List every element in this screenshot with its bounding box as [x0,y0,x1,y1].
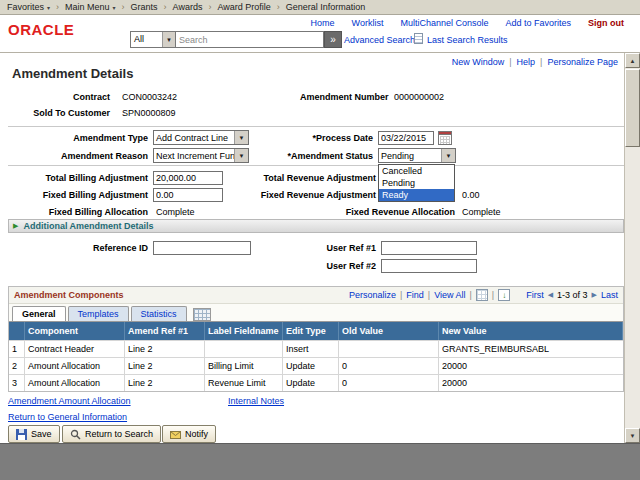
personalize-page-link[interactable]: Personalize Page [547,57,618,67]
grid-toolbar: Personalize | Find | View All | | ↓ Firs… [349,289,618,301]
advanced-search-link[interactable]: Advanced Search [344,35,415,45]
notify-button[interactable]: Notify [162,425,216,443]
calendar-icon[interactable] [438,131,452,145]
components-table: Component Amend Ref #1 Label Fieldname E… [9,321,623,391]
breadcrumb-item-grants[interactable]: Grants [131,2,158,12]
find-link[interactable]: Find [406,290,424,300]
scrollbar-thumb[interactable] [625,69,640,147]
fixed-revenue-allocation-label: Fixed Revenue Allocation [330,207,455,217]
divider [8,165,624,166]
return-to-general-information-link[interactable]: Return to General Information [8,412,127,422]
status-option-ready[interactable]: Ready [379,189,454,201]
additional-amendment-details-section[interactable]: ▶ Additional Amendment Details [8,219,624,233]
help-link[interactable]: Help [517,57,536,67]
breadcrumb-item-general-information[interactable]: General Information [286,2,366,12]
table-header-row: Component Amend Ref #1 Label Fieldname E… [9,322,623,340]
nav-worklist-link[interactable]: Worklist [352,18,384,28]
cell-edit-type: Insert [283,341,339,357]
reference-id-input[interactable] [153,241,251,255]
components-tabs: General Templates Statistics [9,304,623,321]
scroll-up-icon[interactable]: ▲ [625,53,640,68]
fixed-billing-allocation-label: Fixed Billing Allocation [30,207,148,217]
process-date-input[interactable] [378,131,434,145]
amendment-type-select[interactable]: Add Contract Line ▼ [153,130,249,145]
column-header-component: Component [25,322,125,340]
main-menu-label: Main Menu [65,2,110,12]
personalize-link[interactable]: Personalize [349,290,396,300]
cell-amend-ref: Line 2 [125,358,205,374]
breadcrumb-favorites[interactable]: Favorites ▾ [7,2,50,12]
chevron-right-icon: › [164,2,167,12]
breadcrumb-item-award-profile[interactable]: Award Profile [217,2,270,12]
application-window: Favorites ▾ › Main Menu ▾ › Grants › Awa… [0,0,640,480]
total-revenue-adjustment-label: Total Revenue Adjustment [256,173,376,183]
return-to-search-button[interactable]: Return to Search [62,425,161,443]
user-ref1-input[interactable] [381,241,477,255]
breadcrumb-main-menu[interactable]: Main Menu ▾ [65,2,116,12]
chevron-right-icon: › [208,2,211,12]
zoom-grid-icon[interactable] [476,289,488,301]
download-icon[interactable]: ↓ [498,289,510,301]
amendment-amount-allocation-link[interactable]: Amendment Amount Allocation [8,396,131,406]
process-date-label: *Process Date [295,133,373,143]
reference-id-label: Reference ID [60,243,148,253]
pipe-separator: | [492,290,494,300]
page-link-bar: New Window | Help | Personalize Page [452,57,618,67]
footer-background [0,443,640,480]
row-number: 3 [9,375,25,391]
fixed-revenue-adjustment-value: 0.00 [462,190,480,200]
save-label: Save [31,429,52,439]
breadcrumb: Favorites ▾ › Main Menu ▾ › Grants › Awa… [0,0,640,15]
amendment-number-label: Amendment Number [300,92,385,102]
breadcrumb-item-awards[interactable]: Awards [173,2,203,12]
previous-page-icon[interactable]: ◀ [548,291,553,299]
next-page-icon[interactable]: ▶ [592,291,597,299]
last-search-results-link[interactable]: Last Search Results [427,35,508,45]
sign-out-link[interactable]: Sign out [588,18,624,28]
row-number-header [9,322,25,340]
tab-templates[interactable]: Templates [68,306,129,321]
nav-multichannel-console-link[interactable]: MultiChannel Console [400,18,488,28]
cell-component: Amount Allocation [25,375,125,391]
amendment-reason-select[interactable]: Next Increment Funds ▼ [153,148,249,163]
user-ref2-label: User Ref #2 [300,261,376,271]
new-window-link[interactable]: New Window [452,57,505,67]
cell-component: Contract Header [25,341,125,357]
amendment-number-value: 0000000002 [394,92,444,102]
search-go-button[interactable]: » [324,31,342,48]
tab-statistics[interactable]: Statistics [131,306,187,321]
header-divider [0,52,640,53]
pager-first-link[interactable]: First [526,290,544,300]
status-option-pending[interactable]: Pending [379,177,454,189]
column-header-new-value: New Value [439,322,623,340]
pager-last-link[interactable]: Last [601,290,618,300]
status-option-cancelled[interactable]: Cancelled [379,165,454,177]
cell-old-value: 0 [339,358,439,374]
nav-add-to-favorites-link[interactable]: Add to Favorites [505,18,571,28]
cell-label-fieldname: Revenue Limit [205,375,283,391]
pipe-separator: | [509,57,511,67]
table-row: 3 Amount Allocation Line 2 Revenue Limit… [9,374,623,391]
cell-new-value: 20000 [439,375,623,391]
tab-general[interactable]: General [12,306,66,321]
amendment-status-select[interactable]: Pending ▼ [378,148,456,163]
user-ref2-input[interactable] [381,259,477,273]
pipe-separator: | [400,290,402,300]
document-icon [414,33,423,44]
vertical-scrollbar[interactable]: ▲ ▼ [624,53,640,443]
chevron-right-icon: › [122,2,125,12]
components-title: Amendment Components [14,290,124,300]
fixed-billing-adjustment-input[interactable] [153,188,223,202]
scroll-down-icon[interactable]: ▼ [625,428,640,443]
internal-notes-link[interactable]: Internal Notes [228,396,284,406]
column-header-amend-ref: Amend Ref #1 [125,322,205,340]
save-button[interactable]: Save [8,425,60,443]
total-billing-adjustment-input[interactable] [153,171,223,185]
nav-home-link[interactable]: Home [311,18,335,28]
search-scope-select[interactable]: All ▼ [130,31,176,48]
show-all-columns-icon[interactable] [193,308,211,321]
chevron-right-icon: › [56,2,59,12]
search-input[interactable] [176,31,324,48]
view-all-link[interactable]: View All [434,290,465,300]
chevron-down-icon: ▼ [234,149,248,162]
